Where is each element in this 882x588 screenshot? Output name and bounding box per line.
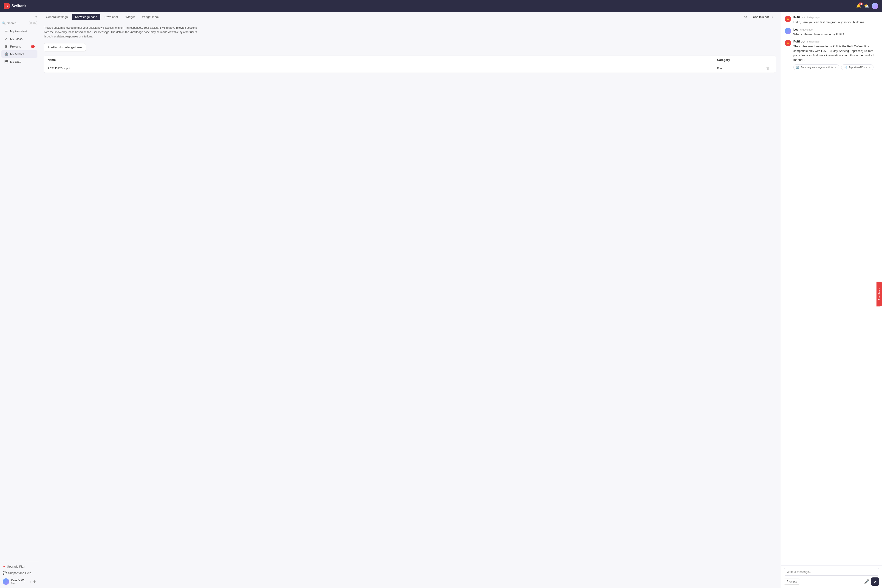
avatar <box>872 3 878 9</box>
action-buttons: 🔄 Summary webpage or article → 📄 Export … <box>794 64 878 70</box>
use-bot-button[interactable]: Use this bot → <box>750 14 777 21</box>
sidebar-item-my-ai-bots[interactable]: 🤖 My AI bots <box>2 50 38 58</box>
weather-button[interactable]: ⛅ <box>864 3 869 9</box>
summary-arrow: → <box>834 66 837 69</box>
prompts-button[interactable]: Prompts <box>784 579 800 585</box>
attach-label: Attach knowledge base <box>51 45 82 49</box>
attach-knowledge-base-button[interactable]: + Attach knowledge base <box>44 43 86 51</box>
message-content: Polti bot 5 days ago The coffee machine … <box>794 40 878 70</box>
sidebar-bottom: ✦ Upgrade Plan 💬 Support and Help Karen'… <box>0 561 39 588</box>
use-bot-arrow-icon: → <box>770 15 774 19</box>
gdocs-icon: 📄 <box>844 66 847 69</box>
summary-webpage-button[interactable]: 🔄 Summary webpage or article → <box>794 64 839 70</box>
export-arrow: → <box>868 66 871 69</box>
chat-messages: 🔥 Polti bot 5 days ago Hello, here you c… <box>781 12 882 566</box>
message-time: 5 days ago <box>800 28 813 31</box>
message-time: 5 days ago <box>807 40 819 43</box>
delete-file-button[interactable]: 🗑 <box>766 66 770 70</box>
column-action-header <box>763 58 772 62</box>
sidebar-item-my-assistant[interactable]: ☰ My Assistant <box>2 28 38 35</box>
message-text: The coffee machine made by Polti is the … <box>794 44 878 62</box>
sidebar-item-label: My Assistant <box>10 30 34 33</box>
kb-description: Provide custom knowledge that your assis… <box>44 26 200 39</box>
my-ai-bots-icon: 🤖 <box>4 52 8 56</box>
user-msg-avatar <box>784 28 791 34</box>
file-category: File <box>717 67 763 70</box>
upgrade-plan-button[interactable]: ✦ Upgrade Plan <box>3 563 36 570</box>
settings-content: Provide custom knowledge that your assis… <box>39 22 781 588</box>
export-gdocs-button[interactable]: 📄 Export to GDocs → <box>841 64 873 70</box>
message-content: Polti bot 5 days ago Hello, here you can… <box>794 16 878 25</box>
microphone-button[interactable]: 🎤 <box>864 579 869 584</box>
feedback-wrapper: Feedback <box>876 282 882 306</box>
tab-knowledge-base[interactable]: Knowledge base <box>72 14 100 20</box>
user-info: Karen's Wo Free <box>11 579 28 585</box>
logo-area: S Swiftask <box>4 3 26 9</box>
sender-name: Lee <box>794 28 798 31</box>
my-tasks-icon: ✓ <box>4 37 8 40</box>
upgrade-icon: ✦ <box>3 565 6 568</box>
sidebar-item-label: My AI bots <box>10 52 34 56</box>
tab-widget[interactable]: Widget <box>122 14 138 20</box>
logo-text: Swiftask <box>12 4 26 8</box>
message-header: Polti bot 5 days ago <box>794 40 878 43</box>
user-name: Karen's Wo <box>11 579 28 582</box>
sidebar-item-label: My Data <box>10 60 34 63</box>
settings-panel: General settings Knowledge base Develope… <box>39 12 781 588</box>
support-label: Support and Help <box>8 571 31 574</box>
export-label: Export to GDocs <box>849 66 867 69</box>
user-chevron-icon[interactable]: ∨ <box>29 580 31 583</box>
chat-input-area: Prompts 🎤 ➤ <box>781 566 882 588</box>
my-data-icon: 💾 <box>4 60 8 63</box>
feedback-button[interactable]: Feedback <box>876 282 882 306</box>
knowledge-base-table: Name Category PCEU0126-fr.pdf File 🗑 <box>44 56 776 73</box>
sidebar-item-my-tasks[interactable]: ✓ My Tasks <box>2 35 38 42</box>
bot-avatar: 🔥 <box>784 40 791 46</box>
sidebar-collapse-button[interactable]: « <box>35 15 37 18</box>
message-content: Lee 5 days ago What coffe machine is mad… <box>794 28 878 37</box>
tabs-bar: General settings Knowledge base Develope… <box>39 12 781 22</box>
notification-badge: 54 <box>859 3 863 5</box>
search-shortcut: ⌘+K <box>29 21 37 25</box>
user-avatar-button[interactable] <box>872 3 878 9</box>
sidebar-item-projects[interactable]: ⊞ Projects 2 <box>2 43 38 50</box>
sidebar-item-my-data[interactable]: 💾 My Data <box>2 58 38 65</box>
file-name: PCEU0126-fr.pdf <box>48 67 717 70</box>
logo-icon: S <box>4 3 10 9</box>
message-header: Polti bot 5 days ago <box>794 16 878 19</box>
tab-general-settings[interactable]: General settings <box>43 14 71 20</box>
column-category-header: Category <box>717 58 763 62</box>
main-body: « 🔍 Search ... ⌘+K ☰ My Assistant ✓ My T… <box>0 12 882 588</box>
message-text: What coffe machine is made by Polti ? <box>794 32 878 37</box>
header-icons: 🔔 54 ⛅ <box>856 3 878 9</box>
message-group: 🔥 Polti bot 5 days ago The coffee machin… <box>784 40 878 70</box>
use-bot-label: Use this bot <box>753 15 769 19</box>
projects-icon: ⊞ <box>4 45 8 48</box>
chat-input[interactable] <box>784 568 879 576</box>
message-group: Lee 5 days ago What coffe machine is mad… <box>784 28 878 37</box>
summary-icon: 🔄 <box>796 66 800 69</box>
user-row: Karen's Wo Free ∨ ⚙ <box>3 577 36 586</box>
user-settings-icon[interactable]: ⚙ <box>33 580 36 584</box>
tab-developer[interactable]: Developer <box>101 14 121 20</box>
summary-label: Summary webpage or article <box>801 66 833 69</box>
send-button[interactable]: ➤ <box>871 578 879 586</box>
column-name-header: Name <box>48 58 717 62</box>
app-container: S Swiftask 🔔 54 ⛅ « 🔍 Search ... ⌘+K <box>0 0 882 588</box>
attach-plus-icon: + <box>48 45 50 50</box>
tab-widget-inbox[interactable]: Widget inbox <box>139 14 163 20</box>
search-icon: 🔍 <box>2 21 6 25</box>
message-text: Hello, here you can test me gradually as… <box>794 20 878 25</box>
sidebar-nav: ☰ My Assistant ✓ My Tasks ⊞ Projects 2 🤖… <box>0 26 39 561</box>
sender-name: Polti bot <box>794 40 805 43</box>
top-header: S Swiftask 🔔 54 ⛅ <box>0 0 882 12</box>
support-help-button[interactable]: 💬 Support and Help <box>3 570 36 576</box>
notification-button[interactable]: 🔔 54 <box>856 3 861 9</box>
chat-panel: 🔥 Polti bot 5 days ago Hello, here you c… <box>781 12 882 588</box>
sidebar-item-label: Projects <box>10 45 29 48</box>
refresh-icon[interactable]: ↻ <box>744 15 747 19</box>
search-bar[interactable]: 🔍 Search ... ⌘+K <box>0 20 39 26</box>
table-header: Name Category <box>44 56 776 64</box>
user-avatar <box>3 578 9 585</box>
message-header: Lee 5 days ago <box>794 28 878 31</box>
